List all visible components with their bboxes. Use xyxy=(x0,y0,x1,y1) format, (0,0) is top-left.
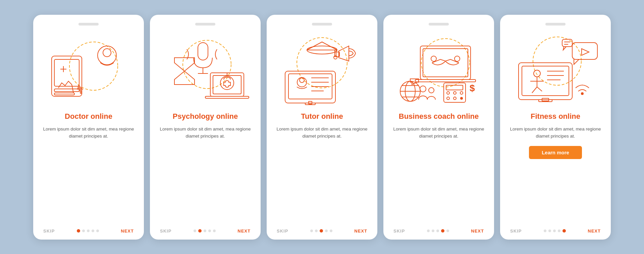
svg-point-52 xyxy=(453,97,456,100)
card-body-fitness: Lorem ipsum dolor sit dim amet, mea regi… xyxy=(507,125,604,140)
svg-point-40 xyxy=(454,56,460,61)
card-title-tutor: Tutor online xyxy=(301,112,343,121)
phone-notch xyxy=(78,23,99,26)
next-button-doctor[interactable]: NEXT xyxy=(121,228,134,234)
svg-rect-3 xyxy=(52,56,82,96)
dot-b0 xyxy=(427,230,430,232)
dot-t4 xyxy=(330,230,332,232)
card-tutor-online: Tutor online Lorem ipsum dolor sit dim a… xyxy=(267,15,377,240)
next-button-psychology[interactable]: NEXT xyxy=(237,228,251,234)
dots-doctor xyxy=(77,229,99,233)
svg-rect-7 xyxy=(54,89,79,92)
svg-point-62 xyxy=(534,70,540,77)
card-body-business: Lorem ipsum dolor sit dim amet, mea regi… xyxy=(390,125,487,140)
dot-p2 xyxy=(204,230,206,232)
dot-t0 xyxy=(310,230,313,232)
fitness-svg xyxy=(508,33,602,106)
dots-psychology xyxy=(194,229,216,233)
card-footer-psychology: SKIP NEXT xyxy=(157,228,254,234)
phone-notch-4 xyxy=(429,23,449,26)
dot-t1 xyxy=(315,230,318,232)
dot-p4 xyxy=(213,230,216,232)
illustration-fitness xyxy=(507,31,604,108)
dot-4 xyxy=(96,230,99,232)
dot-b2 xyxy=(436,230,439,232)
dot-t3 xyxy=(325,230,328,232)
dot-b3 xyxy=(441,229,444,233)
dot-b4 xyxy=(446,230,449,232)
dots-business xyxy=(427,229,449,233)
svg-point-28 xyxy=(300,78,304,83)
skip-button-psychology[interactable]: SKIP xyxy=(160,228,171,234)
svg-point-9 xyxy=(183,40,231,89)
svg-rect-25 xyxy=(285,71,335,103)
svg-rect-36 xyxy=(420,46,471,80)
card-body-psychology: Lorem ipsum dolor sit dim amet, mea regi… xyxy=(157,125,254,140)
illustration-psychology xyxy=(157,31,254,108)
svg-rect-71 xyxy=(572,43,597,59)
svg-rect-8 xyxy=(54,93,74,95)
skip-button-doctor[interactable]: SKIP xyxy=(43,228,55,234)
svg-line-65 xyxy=(532,87,537,93)
dot-0 xyxy=(77,229,80,233)
tutor-svg xyxy=(275,33,369,106)
card-doctor-online: Doctor online Lorem ipsum dolor sit dim … xyxy=(33,15,144,240)
card-footer-doctor: SKIP NEXT xyxy=(40,228,137,234)
svg-point-50 xyxy=(460,92,463,94)
card-footer-business: SKIP NEXT xyxy=(390,228,487,234)
svg-point-49 xyxy=(453,92,456,94)
svg-point-53 xyxy=(460,97,463,100)
card-footer-tutor: SKIP NEXT xyxy=(273,228,371,234)
next-button-business[interactable]: NEXT xyxy=(471,228,484,234)
card-body-doctor: Lorem ipsum dolor sit dim amet, mea regi… xyxy=(40,125,137,140)
skip-button-business[interactable]: SKIP xyxy=(393,228,405,234)
svg-line-66 xyxy=(537,87,542,91)
doctor-svg xyxy=(42,33,136,106)
svg-rect-47 xyxy=(446,85,463,90)
dot-f1 xyxy=(548,230,551,232)
card-title-doctor: Doctor online xyxy=(65,112,112,121)
learn-more-button[interactable]: Learn more xyxy=(529,146,582,159)
svg-point-0 xyxy=(69,42,118,90)
dot-f3 xyxy=(558,230,560,232)
svg-point-55 xyxy=(420,86,426,92)
svg-point-70 xyxy=(581,92,584,95)
svg-rect-58 xyxy=(519,63,572,100)
card-title-psychology: Psychology online xyxy=(173,112,238,121)
svg-rect-10 xyxy=(198,43,208,60)
svg-rect-37 xyxy=(423,49,468,77)
svg-marker-72 xyxy=(582,49,589,55)
dots-fitness xyxy=(544,229,566,233)
dot-f4 xyxy=(562,229,566,233)
card-footer-fitness: SKIP NEXT xyxy=(507,228,604,234)
dot-p0 xyxy=(194,230,196,232)
next-button-tutor[interactable]: NEXT xyxy=(354,228,367,234)
card-body-tutor: Lorem ipsum dolor sit dim amet, mea regi… xyxy=(273,125,371,140)
dots-tutor xyxy=(310,229,332,233)
svg-point-23 xyxy=(334,56,337,59)
svg-point-39 xyxy=(431,56,436,61)
illustration-tutor xyxy=(273,31,371,108)
dot-f0 xyxy=(544,230,546,232)
dot-1 xyxy=(82,230,85,232)
skip-button-fitness[interactable]: SKIP xyxy=(510,228,522,234)
dot-2 xyxy=(87,230,90,232)
next-button-fitness[interactable]: NEXT xyxy=(588,228,601,234)
skip-button-tutor[interactable]: SKIP xyxy=(277,228,288,234)
dot-3 xyxy=(92,230,94,232)
card-title-business: Business coach online xyxy=(399,112,479,121)
svg-rect-38 xyxy=(415,80,476,82)
phone-notch-3 xyxy=(312,23,332,26)
illustration-business: $ xyxy=(390,31,487,108)
phones-container: Doctor online Lorem ipsum dolor sit dim … xyxy=(26,5,618,250)
svg-point-56 xyxy=(429,88,434,93)
card-title-fitness: Fitness online xyxy=(531,112,580,121)
card-business-coach-online: $ Business coach online Lorem ipsum dolo… xyxy=(383,15,494,240)
card-psychology-online: Psychology online Lorem ipsum dolor sit … xyxy=(150,15,261,240)
svg-rect-73 xyxy=(562,39,572,47)
illustration-doctor xyxy=(40,31,137,108)
svg-rect-59 xyxy=(522,66,569,96)
svg-point-48 xyxy=(447,92,449,94)
svg-text:$: $ xyxy=(470,83,475,93)
dot-b1 xyxy=(432,230,434,232)
